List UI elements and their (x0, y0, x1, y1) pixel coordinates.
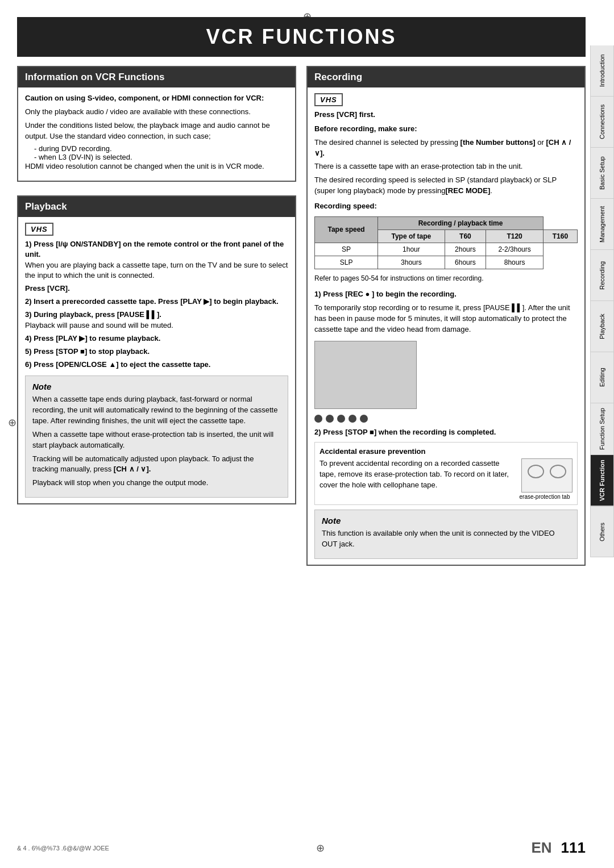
dot-3 (337, 415, 345, 423)
step-2-bold: 2) Insert a prerecorded cassette tape. P… (25, 297, 279, 306)
two-col-layout: Information on VCR Functions Caution on … (17, 66, 586, 571)
rec-step2-label: 2) (314, 428, 323, 436)
playback-content: VHS 1) Press [I/ψ ON/STANDBY] on the rem… (18, 217, 295, 503)
recording-section: Recording VHS Press [VCR] first. Before … (306, 66, 586, 566)
tab-playback[interactable]: Playback (590, 301, 614, 352)
tab-basic-setup[interactable]: Basic Setup (590, 148, 614, 199)
playback-note-box: Note When a cassette tape ends during pl… (25, 375, 288, 498)
condition-intro: Under the conditions listed below, the p… (25, 120, 288, 142)
tab-function-setup[interactable]: Function Setup (590, 403, 614, 455)
rec-step2-bold: Press [STOP ■] when the recording is com… (323, 428, 496, 436)
recording-section-header: Recording (308, 67, 584, 87)
caution-body: Only the playback audio / video are avai… (25, 107, 288, 118)
before-rec-line-1: The desired channel is selected by press… (314, 137, 578, 159)
step-5-bold: 5) Press [STOP ■] to stop playback. (25, 347, 150, 356)
rec-step1-bold: Press [REC ● ] to begin the recording. (323, 290, 457, 298)
bottom-code: & 4 . 6%@%73 .6@&/@W JOEE (17, 845, 109, 852)
page-title: VCR FUNCTIONS (17, 17, 586, 57)
recording-speed-title: Recording speed: (314, 202, 377, 210)
reg-mark-bottom: ⊕ (316, 842, 325, 854)
note-item-2: When a cassette tape without erase-prote… (32, 429, 281, 451)
dot-2 (326, 415, 334, 423)
step-3-bold: 3) During playback, press [PAUSE ▌▌]. (25, 310, 161, 319)
step-6-bold: 6) Press [OPEN/CLOSE ▲] to eject the cas… (25, 360, 210, 369)
caution-title: Caution on using S-video, component, or … (25, 94, 264, 102)
accidental-body: To prevent accidental recording on a rec… (320, 458, 511, 491)
en-label: EN (531, 839, 551, 857)
main-content: VCR FUNCTIONS Information on VCR Functio… (17, 17, 586, 834)
rec-step1-label: 1) (314, 290, 323, 298)
reg-mark-left: ⊕ (8, 416, 16, 429)
info-section: Information on VCR Functions Caution on … (17, 66, 296, 182)
rec-step1-body: To temporarily stop recording or to resu… (314, 303, 578, 335)
tab-introduction[interactable]: Introduction (590, 45, 614, 97)
dot-5 (360, 415, 368, 423)
erase-label: erase-protection tab (517, 494, 572, 500)
before-recording-title: Before recording, make sure: (314, 124, 417, 133)
tab-others[interactable]: Others (590, 506, 614, 557)
left-column: Information on VCR Functions Caution on … (17, 66, 296, 571)
condition-2: when L3 (DV-IN) is selected. (34, 153, 288, 161)
cassette-illustration: erase-protection tab (517, 458, 572, 500)
step-3-body: Playback will pause and sound will be mu… (25, 321, 173, 329)
playback-section-header: Playback (18, 197, 295, 217)
dot-1 (314, 415, 322, 423)
tab-editing[interactable]: Editing (590, 352, 614, 403)
recording-note-body: This function is available only when the… (322, 528, 570, 550)
video-thumbnail (314, 341, 417, 409)
step-4: 4) Press [PLAY ▶] to resume playback. (25, 333, 288, 344)
press-vcr-first: Press [VCR] first. (314, 110, 578, 120)
side-tabs: Introduction Connections Basic Setup Man… (590, 45, 614, 557)
step-2: 2) Insert a prerecorded cassette tape. P… (25, 297, 288, 307)
page-number-block: EN 111 (531, 839, 586, 857)
dots-indicator (314, 415, 578, 423)
press-vcr-label: Press [VCR]. (25, 284, 70, 293)
bottom-bar: & 4 . 6%@%73 .6@&/@W JOEE ⊕ EN 111 (17, 839, 586, 857)
cassette-image (521, 458, 572, 493)
right-column: Recording VHS Press [VCR] first. Before … (306, 66, 586, 571)
info-section-content: Caution on using S-video, component, or … (18, 87, 295, 181)
page-number: 111 (561, 839, 586, 857)
step-4-bold: 4) Press [PLAY ▶] to resume playback. (25, 334, 160, 343)
step-1-bold: Press [I/ψ ON/STANDBY] on the remote con… (25, 240, 284, 258)
playback-note-title: Note (32, 382, 281, 391)
recording-note-box: Note This function is available only whe… (314, 510, 578, 559)
note-item-1: When a cassette tape ends during playbac… (32, 394, 281, 427)
step-3: 3) During playback, press [PAUSE ▌▌]. Pl… (25, 310, 288, 330)
accidental-content: To prevent accidental recording on a rec… (320, 458, 572, 500)
timer-ref: Refer to pages 50-54 for instructions on… (314, 274, 578, 283)
condition-1: during DVD recording. (34, 144, 288, 153)
tab-vcr-function[interactable]: VCR Function (590, 455, 614, 506)
step-1-body: When you are playing back a cassette tap… (25, 261, 288, 279)
accidental-title: Accidental erasure prevention (320, 447, 425, 456)
dot-4 (349, 415, 356, 423)
before-rec-line-3: The desired recording speed is selected … (314, 175, 578, 197)
tab-management[interactable]: Management (590, 199, 614, 250)
tab-connections[interactable]: Connections (590, 97, 614, 148)
tab-recording[interactable]: Recording (590, 250, 614, 301)
playback-section: Playback VHS 1) Press [I/ψ ON/STANDBY] o… (17, 195, 296, 504)
info-section-header: Information on VCR Functions (18, 67, 295, 87)
recording-note-title: Note (322, 516, 570, 525)
hdmi-note: HDMI video resolution cannot be changed … (25, 161, 288, 172)
step-press-vcr: Press [VCR]. (25, 283, 288, 294)
step-6: 6) Press [OPEN/CLOSE ▲] to eject the cas… (25, 360, 288, 370)
recording-content: VHS Press [VCR] first. Before recording,… (308, 87, 584, 565)
accidental-box: Accidental erasure prevention To prevent… (314, 442, 578, 505)
note-item-4: Playback will stop when you change the o… (32, 478, 281, 489)
step-1: 1) Press [I/ψ ON/STANDBY] on the remote … (25, 239, 288, 281)
vhs-logo-left: VHS (25, 223, 53, 236)
recording-speed-table: Tape speed Recording / playback time Typ… (314, 216, 578, 269)
conditions-list: during DVD recording. when L3 (DV-IN) is… (34, 144, 288, 161)
vhs-logo-right: VHS (314, 93, 343, 106)
before-rec-line-2: There is a cassette tape with an erase-p… (314, 161, 578, 172)
note-item-3: Tracking will be automatically adjusted … (32, 454, 281, 475)
playback-steps: 1) Press [I/ψ ON/STANDBY] on the remote … (25, 239, 288, 370)
step-5: 5) Press [STOP ■] to stop playback. (25, 347, 288, 357)
